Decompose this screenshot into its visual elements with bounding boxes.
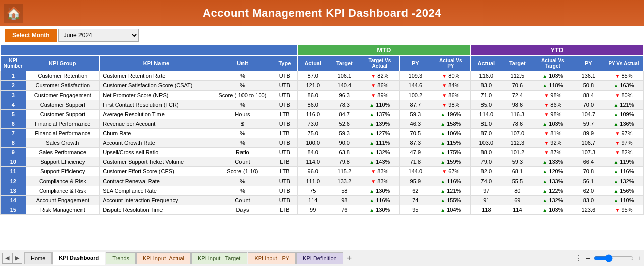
kpi-type: LTB bbox=[272, 205, 297, 215]
mtd-target: 78.3 bbox=[329, 100, 360, 110]
tab-home[interactable]: Home bbox=[24, 252, 52, 264]
tab-kpi-input-actual[interactable]: KPI Input_Actual bbox=[136, 252, 191, 264]
ytd-py: 50.8 bbox=[573, 81, 604, 91]
ytd-actual: 116.0 bbox=[470, 71, 502, 81]
kpi-unit: Hours bbox=[213, 110, 272, 119]
mtd-apy: ▲ 106% bbox=[431, 129, 470, 138]
kpi-type: UTB bbox=[272, 176, 297, 186]
mtd-tva: ▼ 86% bbox=[360, 81, 399, 91]
kpi-number: 1 bbox=[1, 71, 26, 81]
mtd-py: 71.8 bbox=[399, 157, 431, 167]
group-header-row: MTD YTD bbox=[1, 45, 644, 56]
table-row: 9 Sales Performance Upsell/Cross-sell Ra… bbox=[1, 148, 644, 157]
mtd-actual: 86.0 bbox=[297, 91, 329, 100]
kpi-name: Revenue per Account bbox=[100, 119, 213, 129]
mtd-py: 144.6 bbox=[399, 81, 431, 91]
zoom-slider[interactable] bbox=[594, 254, 634, 262]
month-dropdown[interactable]: June 2024 bbox=[58, 29, 139, 42]
ytd-actual: 83.0 bbox=[470, 81, 502, 91]
ytd-avt: ▲ 133% bbox=[533, 176, 573, 186]
mtd-target: 63.8 bbox=[329, 148, 360, 157]
col-mtd-py: PY bbox=[399, 56, 431, 71]
add-sheet-button[interactable]: + bbox=[344, 254, 355, 263]
ytd-actual: 88.0 bbox=[470, 148, 502, 157]
kpi-group: Account Engagement bbox=[26, 196, 100, 205]
kpi-number: 6 bbox=[1, 119, 26, 129]
ytd-avt: ▼ 92% bbox=[533, 138, 573, 148]
ytd-target: 107.0 bbox=[502, 129, 533, 138]
ytd-py: 70.8 bbox=[573, 167, 604, 176]
kpi-name: Customer Retention Rate bbox=[100, 71, 213, 81]
tab-next-button[interactable]: ▶ bbox=[12, 253, 22, 264]
kpi-number: 11 bbox=[1, 167, 26, 176]
mtd-target: 115.2 bbox=[329, 167, 360, 176]
tab-prev-button[interactable]: ◀ bbox=[2, 253, 12, 264]
ytd-pva: ▲ 163% bbox=[604, 81, 643, 91]
ytd-actual: 85.0 bbox=[470, 100, 502, 110]
kpi-type: UTB bbox=[272, 81, 297, 91]
mtd-target: 58 bbox=[329, 186, 360, 196]
kpi-number: 8 bbox=[1, 138, 26, 148]
ytd-py: 89.9 bbox=[573, 129, 604, 138]
select-month-button[interactable]: Select Month bbox=[5, 29, 57, 42]
kpi-number: 7 bbox=[1, 129, 26, 138]
ytd-avt: ▼ 98% bbox=[533, 110, 573, 119]
mtd-target: 52.6 bbox=[329, 119, 360, 129]
kpi-type: LTB bbox=[272, 129, 297, 138]
ytd-py: 107.3 bbox=[573, 148, 604, 157]
kpi-number: 14 bbox=[1, 196, 26, 205]
ytd-avt: ▼ 86% bbox=[533, 100, 573, 110]
more-options-icon[interactable]: ⋮ bbox=[574, 253, 582, 263]
ytd-py: 136.1 bbox=[573, 71, 604, 81]
mtd-tva: ▼ 82% bbox=[360, 71, 399, 81]
ytd-actual: 71.0 bbox=[470, 91, 502, 100]
ytd-py: 56.1 bbox=[573, 176, 604, 186]
tab-kpi-input-target[interactable]: KPI Input - Target bbox=[191, 252, 247, 264]
kpi-group: Compliance & Risk bbox=[26, 186, 100, 196]
tab-kpi-input-py[interactable]: KPI Input - PY bbox=[248, 252, 296, 264]
mtd-apy: ▲ 121% bbox=[431, 186, 470, 196]
table-row: 7 Financial Performance Churn Rate % LTB… bbox=[1, 129, 644, 138]
ytd-target: 80 bbox=[502, 186, 533, 196]
tab-trends[interactable]: Trends bbox=[106, 252, 136, 264]
ytd-pva: ▼ 85% bbox=[604, 71, 643, 81]
ytd-pva: ▼ 82% bbox=[604, 148, 643, 157]
kpi-number: 9 bbox=[1, 148, 26, 157]
mtd-actual: 84.0 bbox=[297, 148, 329, 157]
table-row: 6 Financial Performance Revenue per Acco… bbox=[1, 119, 644, 129]
kpi-unit: Count bbox=[213, 196, 272, 205]
kpi-group: Financial Performance bbox=[26, 119, 100, 129]
mtd-actual: 87.0 bbox=[297, 71, 329, 81]
mtd-tva: ▼ 83% bbox=[360, 167, 399, 176]
ytd-pva: ▲ 110% bbox=[604, 196, 643, 205]
kpi-number: 5 bbox=[1, 110, 26, 119]
mtd-py: 74 bbox=[399, 196, 431, 205]
ytd-avt: ▲ 132% bbox=[533, 196, 573, 205]
kpi-unit: % bbox=[213, 100, 272, 110]
kpi-number: 10 bbox=[1, 157, 26, 167]
kpi-group: Customer Support bbox=[26, 110, 100, 119]
mtd-tva: ▲ 130% bbox=[360, 186, 399, 196]
tab-kpi-dashboard[interactable]: KPI Dashboard bbox=[52, 252, 105, 265]
mtd-actual: 99 bbox=[297, 205, 329, 215]
kpi-group: Customer Retention bbox=[26, 71, 100, 81]
table-row: 4 Customer Support First Contact Resolut… bbox=[1, 100, 644, 110]
ytd-py: 70.0 bbox=[573, 100, 604, 110]
mtd-tva: ▲ 111% bbox=[360, 138, 399, 148]
mtd-apy: ▲ 159% bbox=[431, 157, 470, 167]
mtd-target: 59.3 bbox=[329, 129, 360, 138]
kpi-number: 12 bbox=[1, 176, 26, 186]
col-ytd-py: PY bbox=[573, 56, 604, 71]
zoom-out-icon[interactable]: + bbox=[638, 254, 642, 262]
kpi-unit: % bbox=[213, 129, 272, 138]
house-icon[interactable]: 🏠 bbox=[4, 4, 23, 23]
mtd-apy: ▼ 67% bbox=[431, 167, 470, 176]
kpi-group: Customer Satisfaction bbox=[26, 81, 100, 91]
kpi-type: LTB bbox=[272, 167, 297, 176]
kpi-name: Churn Rate bbox=[100, 129, 213, 138]
kpi-type: UTB bbox=[272, 148, 297, 157]
mtd-py: 46.3 bbox=[399, 119, 431, 129]
tab-kpi-definition[interactable]: KPI Definition bbox=[296, 252, 343, 264]
mtd-apy: ▼ 80% bbox=[431, 71, 470, 81]
mtd-py: 47.9 bbox=[399, 148, 431, 157]
